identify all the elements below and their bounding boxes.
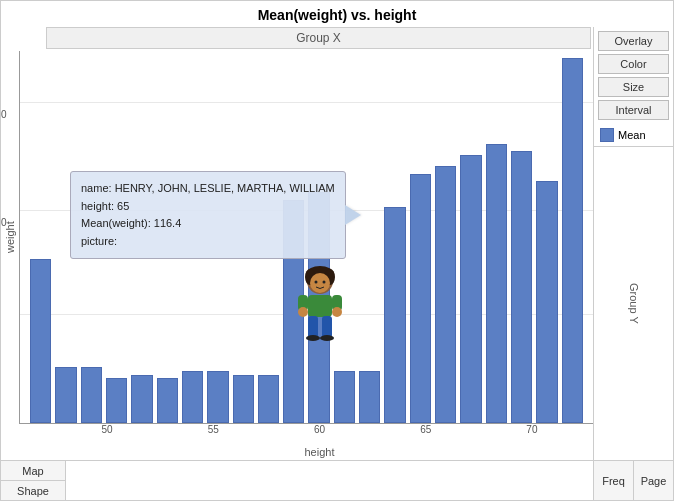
bottom-bar: Map Shape Freq Page [1, 460, 673, 500]
bar-69[interactable] [511, 151, 532, 423]
tooltip-name-value: HENRY, JOHN, LESLIE, MARTHA, WILLIAM [115, 182, 335, 194]
bar-50[interactable] [30, 259, 51, 423]
bar-65[interactable] [410, 174, 431, 423]
tooltip-picture-row: picture: [81, 233, 335, 251]
chart-plot-area: 50 100 150 n [19, 51, 593, 424]
x-tick-50: 50 [56, 424, 158, 444]
content-area: Group X weight 50 100 150 [1, 27, 673, 460]
tooltip-arrow [345, 205, 361, 225]
legend-color-box [600, 128, 614, 142]
bar-62[interactable] [334, 371, 355, 423]
legend-mean: Mean [594, 124, 673, 146]
svg-point-5 [314, 281, 317, 284]
tooltip-mean-value: 116.4 [154, 217, 182, 229]
svg-point-14 [306, 335, 320, 341]
tooltip-mean-label: Mean(weight): [81, 217, 151, 229]
tooltip-picture-label: picture: [81, 235, 117, 247]
svg-rect-12 [308, 316, 318, 338]
group-y-label[interactable]: Group Y [594, 146, 673, 460]
bar-56[interactable] [182, 371, 203, 423]
bar-66[interactable] [435, 166, 456, 423]
bar-58[interactable] [233, 375, 254, 423]
x-tick-70: 70 [481, 424, 583, 444]
svg-rect-7 [308, 295, 332, 317]
tooltip-name-label: name: [81, 182, 112, 194]
tooltip-mean-row: Mean(weight): 116.4 [81, 215, 335, 233]
bar-53[interactable] [106, 378, 127, 423]
bar-51[interactable] [55, 367, 76, 423]
svg-point-15 [320, 335, 334, 341]
bottom-center [66, 461, 593, 500]
legend-label: Mean [618, 129, 646, 141]
avatar-figure [290, 263, 350, 343]
bar-59[interactable] [258, 375, 279, 423]
bar-67[interactable] [460, 155, 481, 423]
interval-button[interactable]: Interval [598, 100, 669, 120]
bar-54[interactable] [131, 375, 152, 423]
avatar-svg [290, 263, 350, 343]
tooltip-height-label: height: [81, 200, 114, 212]
right-panel: Overlay Color Size Interval Mean Group Y [593, 27, 673, 460]
bar-70[interactable] [536, 181, 557, 423]
chart-title: Mean(weight) vs. height [1, 1, 673, 27]
bar-68[interactable] [486, 144, 507, 423]
tooltip-height-value: 65 [117, 200, 129, 212]
svg-point-10 [298, 307, 308, 317]
svg-point-4 [310, 273, 330, 293]
svg-point-6 [322, 281, 325, 284]
group-x-bar[interactable]: Group X [46, 27, 591, 49]
y-tick-150: 150 [1, 109, 7, 120]
x-tick-65: 65 [375, 424, 477, 444]
bar-55[interactable] [157, 378, 178, 423]
tooltip-name-row: name: HENRY, JOHN, LESLIE, MARTHA, WILLI… [81, 180, 335, 198]
tooltip-height-row: height: 65 [81, 198, 335, 216]
x-tick-60: 60 [268, 424, 370, 444]
chart-area-row: weight 50 100 150 [1, 51, 593, 424]
freq-button[interactable]: Freq [594, 461, 634, 500]
color-button[interactable]: Color [598, 54, 669, 74]
overlay-button[interactable]: Overlay [598, 31, 669, 51]
bottom-right: Freq Page [593, 461, 673, 500]
bottom-left: Map Shape [1, 461, 66, 500]
y-tick-100: 100 [1, 216, 7, 227]
bar-57[interactable] [207, 371, 228, 423]
x-axis-label: height [46, 444, 593, 460]
bar-63[interactable] [359, 371, 380, 423]
tooltip: name: HENRY, JOHN, LESLIE, MARTHA, WILLI… [70, 171, 346, 259]
bar-64[interactable] [384, 207, 405, 423]
map-button[interactable]: Map [1, 461, 65, 481]
svg-rect-13 [322, 316, 332, 338]
y-axis-label: weight [1, 51, 19, 424]
bar-52[interactable] [81, 367, 102, 423]
chart-section: Group X weight 50 100 150 [1, 27, 593, 460]
page-button[interactable]: Page [634, 461, 673, 500]
bar-71[interactable] [562, 58, 583, 423]
main-container: Mean(weight) vs. height Group X weight 5… [0, 0, 674, 501]
size-button[interactable]: Size [598, 77, 669, 97]
x-tick-55: 55 [162, 424, 264, 444]
right-buttons: Overlay Color Size Interval [594, 27, 673, 124]
x-axis-area: 50 55 60 65 70 height [46, 424, 593, 460]
shape-button[interactable]: Shape [1, 481, 65, 500]
x-ticks: 50 55 60 65 70 [46, 424, 593, 444]
svg-point-11 [332, 307, 342, 317]
